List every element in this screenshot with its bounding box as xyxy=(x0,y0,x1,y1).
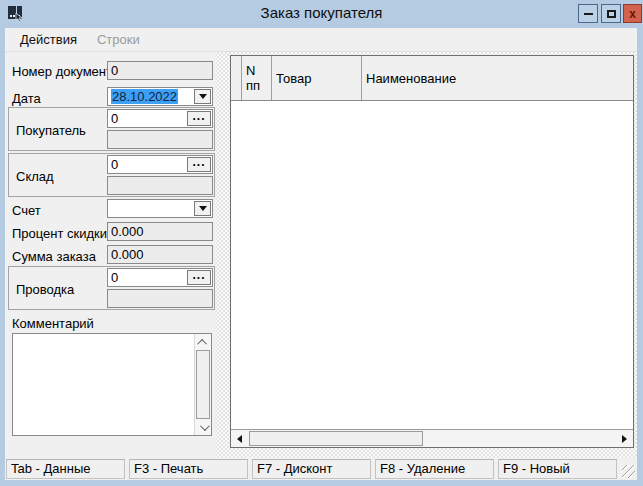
grid-header-naimenovanie: Наименование xyxy=(362,56,633,100)
statusbar: Tab - Данные F3 - Печать F7 - Дисконт F8… xyxy=(5,457,637,480)
date-dropdown-button[interactable] xyxy=(194,89,211,104)
buyer-lookup-button[interactable]: ... xyxy=(187,111,211,126)
discount-label: Процент скидки xyxy=(12,226,107,241)
chevron-up-icon xyxy=(197,338,207,348)
scroll-up-button[interactable] xyxy=(195,334,211,350)
account-label: Счет xyxy=(12,203,41,218)
discount-field: 0.000 xyxy=(107,222,213,241)
warehouse-label: Склад xyxy=(16,169,54,184)
grid-header-tovar: Товар xyxy=(272,56,362,100)
date-label: Дата xyxy=(12,91,41,106)
chevron-down-icon xyxy=(199,206,207,211)
scroll-down-button[interactable] xyxy=(195,419,211,435)
menu-actions[interactable]: Действия xyxy=(11,29,86,50)
chevron-down-icon xyxy=(199,94,207,99)
scroll-left-button[interactable] xyxy=(231,430,248,447)
panel-splitter[interactable] xyxy=(216,52,230,457)
order-sum-field: 0.000 xyxy=(107,245,213,264)
scrollbar-thumb[interactable] xyxy=(196,350,210,419)
account-dropdown-button[interactable] xyxy=(194,201,211,216)
titlebar: Заказ покупателя x xyxy=(0,0,643,28)
comment-textarea[interactable] xyxy=(12,333,212,436)
status-panel-f9: F9 - Новый xyxy=(498,459,617,479)
posting-label: Проводка xyxy=(16,282,74,297)
warehouse-code-field[interactable]: 0 ... xyxy=(107,155,213,174)
warehouse-name-field xyxy=(107,176,213,195)
comment-label: Комментарий xyxy=(12,316,94,331)
items-grid: N пп Товар Наименование xyxy=(230,55,634,448)
status-panel-f8: F8 - Удаление xyxy=(375,459,494,479)
grid-header: N пп Товар Наименование xyxy=(231,56,633,101)
grid-hscrollbar[interactable] xyxy=(231,429,633,447)
buyer-code-field[interactable]: 0 ... xyxy=(107,109,213,128)
grid-header-npp: N пп xyxy=(242,56,272,100)
buyer-name-field xyxy=(107,130,213,149)
status-panel-f7: F7 - Дисконт xyxy=(252,459,371,479)
order-window: Заказ покупателя x Действия Строки Номер… xyxy=(0,0,643,486)
menu-rows: Строки xyxy=(88,29,149,50)
account-combobox[interactable] xyxy=(107,199,213,218)
close-button[interactable]: x xyxy=(623,4,642,23)
posting-code-field[interactable]: 0 ... xyxy=(107,268,213,287)
chevron-left-icon xyxy=(237,435,242,443)
menubar: Действия Строки xyxy=(5,28,637,52)
maximize-button[interactable] xyxy=(601,4,621,23)
grid-body[interactable] xyxy=(231,101,633,429)
date-combobox[interactable]: 28.10.2022 xyxy=(107,87,213,106)
chevron-down-icon xyxy=(199,421,209,431)
posting-name-field xyxy=(107,289,213,308)
posting-lookup-button[interactable]: ... xyxy=(187,270,211,285)
doc-number-label: Номер документа xyxy=(12,64,119,79)
scroll-right-button[interactable] xyxy=(616,430,633,447)
status-panel-f3: F3 - Печать xyxy=(129,459,248,479)
status-panel-tab: Tab - Данные xyxy=(6,459,125,479)
form-panel: Номер документа 0 Дата 28.10.2022 Покупа… xyxy=(5,52,216,457)
date-value: 28.10.2022 xyxy=(111,89,178,104)
window-title: Заказ покупателя xyxy=(0,4,643,21)
grid-header-indicator xyxy=(231,56,242,100)
close-icon: x xyxy=(629,8,636,20)
comment-scrollbar[interactable] xyxy=(194,334,211,435)
chevron-right-icon xyxy=(622,435,627,443)
scrollbar-thumb[interactable] xyxy=(249,431,423,446)
minimize-icon xyxy=(584,13,593,15)
resize-grip[interactable] xyxy=(622,465,635,478)
minimize-button[interactable] xyxy=(578,4,598,23)
buyer-label: Покупатель xyxy=(16,123,86,138)
warehouse-lookup-button[interactable]: ... xyxy=(187,157,211,172)
doc-number-field: 0 xyxy=(107,61,213,80)
order-sum-label: Сумма заказа xyxy=(12,249,96,264)
maximize-icon xyxy=(607,10,616,18)
client-area: Номер документа 0 Дата 28.10.2022 Покупа… xyxy=(5,52,637,457)
